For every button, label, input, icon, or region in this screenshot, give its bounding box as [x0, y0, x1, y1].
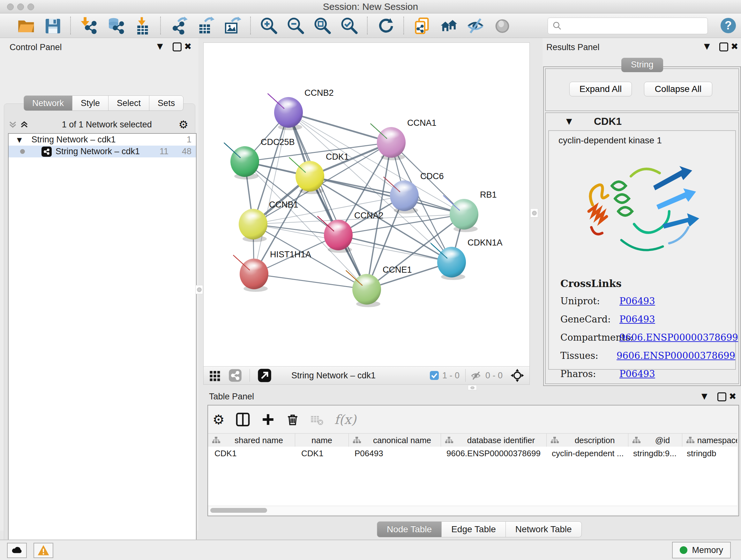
node-label-RB1: RB1 — [480, 190, 497, 199]
zoom-out-icon[interactable] — [286, 17, 305, 35]
open-icon[interactable] — [17, 17, 35, 35]
network-canvas[interactable]: CCNB2 CCNA1 CDC25B CDK1 CDC6 RB1 CCNB1 — [203, 43, 530, 367]
import-network-icon[interactable] — [80, 17, 98, 35]
collapse-panel-icon[interactable]: ▼ — [157, 42, 163, 51]
scrollbar-thumb[interactable] — [210, 508, 267, 513]
birdseye-icon[interactable] — [510, 368, 524, 382]
collapse-all-networks-icon[interactable] — [20, 120, 29, 129]
delete-table-icon — [310, 413, 324, 426]
node-label-CDC6: CDC6 — [420, 172, 444, 181]
crosslink-value-link[interactable]: P06493 — [619, 368, 655, 379]
expand-all-button[interactable]: Expand All — [569, 82, 632, 97]
expand-all-networks-icon[interactable] — [8, 120, 17, 129]
show-all-icon[interactable] — [493, 17, 511, 35]
table-cell: CDK1 — [295, 449, 348, 458]
export-network-icon[interactable] — [170, 17, 188, 35]
collapse-all-button[interactable]: Collapse All — [644, 82, 712, 97]
export-table-icon[interactable] — [197, 17, 214, 35]
collapse-results-icon[interactable]: ▼ — [704, 42, 710, 51]
node-label-HIST1H1A: HIST1H1A — [270, 250, 311, 259]
tab-network[interactable]: Network — [23, 96, 72, 111]
network-list-item[interactable]: ▼String Network – cdk11 — [9, 134, 196, 145]
node-HIST1H1A[interactable]: HIST1H1A — [233, 250, 311, 292]
edge-CCNA2-CDKN1A[interactable] — [338, 235, 452, 262]
node-label-CDK1: CDK1 — [326, 152, 349, 162]
memory-status-dot — [680, 546, 687, 554]
float-table-icon[interactable] — [718, 392, 726, 401]
tab-edge-table[interactable]: Edge Table — [442, 521, 506, 537]
column-header-description[interactable]: description — [547, 434, 628, 447]
edge-CDK1-RB1[interactable] — [310, 176, 464, 214]
column-header-shared-name[interactable]: shared name — [208, 434, 295, 447]
network-options-gear-icon[interactable]: ⚙ — [179, 118, 188, 131]
tab-string[interactable]: String — [621, 58, 663, 72]
import-table-icon[interactable] — [133, 17, 151, 35]
zoom-fit-icon[interactable] — [313, 17, 331, 35]
crosslink-value-link[interactable]: 9606.ENSP00000378699 — [616, 350, 735, 361]
crosslink-value-link[interactable]: P06493 — [619, 296, 655, 307]
left-splitter-handle[interactable] — [195, 285, 203, 294]
table-row[interactable]: CDK1CDK1P064939606.ENSP00000378699cyclin… — [208, 447, 737, 460]
right-splitter-handle[interactable] — [530, 208, 538, 217]
crosslink-value-link[interactable]: 9606.ENSP00000378699 — [619, 332, 738, 343]
show-columns-icon[interactable] — [235, 412, 250, 427]
node-RB1[interactable]: RB1 — [443, 190, 497, 232]
column-header-namespace[interactable]: namespace — [682, 434, 737, 447]
tab-style[interactable]: Style — [72, 96, 109, 111]
crosslink-label: Tissues: — [560, 350, 616, 361]
table-gear-icon[interactable]: ⚙ — [212, 412, 225, 428]
edge-HIST1H1A-CCNE1[interactable] — [254, 274, 367, 289]
node-CCNE1[interactable]: CCNE1 — [346, 265, 412, 307]
search-box[interactable] — [548, 17, 708, 34]
collapse-table-icon[interactable]: ▼ — [701, 392, 707, 401]
import-database-icon[interactable] — [107, 17, 125, 35]
tab-node-table[interactable]: Node Table — [377, 521, 442, 537]
string-network-badge-icon — [42, 146, 52, 157]
close-panel-icon[interactable]: ✖ — [184, 41, 192, 52]
results-panel-title: Results Panel — [546, 43, 600, 52]
delete-column-icon[interactable] — [286, 413, 299, 426]
table-horizontal-scrollbar[interactable] — [208, 506, 737, 515]
external-link-icon[interactable] — [258, 368, 272, 382]
tab-network-table[interactable]: Network Table — [506, 521, 582, 537]
float-results-icon[interactable] — [719, 43, 728, 51]
grid-view-icon[interactable] — [209, 369, 221, 382]
cloud-icon[interactable] — [7, 543, 27, 558]
edge-CCNB2-CCNA1[interactable] — [288, 112, 391, 142]
collapse-protein-icon[interactable]: ▼ — [566, 117, 572, 126]
close-results-icon[interactable]: ✖ — [731, 41, 738, 52]
column-header--id[interactable]: @id — [628, 434, 682, 447]
clone-network-icon[interactable] — [413, 17, 431, 35]
close-table-icon[interactable]: ✖ — [729, 391, 736, 401]
help-icon[interactable]: ? — [721, 18, 736, 33]
first-neighbors-icon[interactable] — [440, 17, 458, 35]
tab-select[interactable]: Select — [109, 96, 149, 111]
search-input[interactable] — [565, 21, 708, 31]
node-label-CCNE1: CCNE1 — [383, 265, 412, 274]
edge-CCNB2-CCNE1[interactable] — [288, 112, 367, 289]
network-list-item[interactable]: String Network – cdk11148 — [9, 145, 196, 158]
column-header-name[interactable]: name — [295, 434, 349, 447]
column-header-database-identifier[interactable]: database identifier — [441, 434, 547, 447]
network-list: ▼String Network – cdk11String Network – … — [8, 133, 197, 560]
memory-button[interactable]: Memory — [672, 542, 731, 558]
table-cell: 9606.ENSP00000378699 — [440, 449, 545, 458]
refresh-icon[interactable] — [377, 17, 394, 35]
network-share-icon[interactable] — [228, 369, 242, 382]
zoom-in-icon[interactable] — [260, 17, 278, 35]
search-icon — [552, 21, 562, 30]
node-CDKN1A[interactable]: CDKN1A — [431, 238, 502, 280]
crosslink-value-link[interactable]: P06493 — [619, 314, 655, 325]
expander-icon[interactable]: ▼ — [17, 136, 22, 144]
save-icon[interactable] — [44, 17, 61, 35]
selected-checkbox-icon[interactable] — [429, 371, 439, 380]
export-image-icon[interactable] — [223, 17, 241, 35]
tab-sets[interactable]: Sets — [149, 96, 184, 111]
add-column-icon[interactable] — [261, 413, 275, 427]
column-header-canonical-name[interactable]: canonical name — [349, 434, 441, 447]
warning-icon[interactable] — [33, 543, 53, 558]
network-selected-count: 1 of 1 Network selected — [35, 120, 179, 130]
float-panel-icon[interactable] — [173, 43, 182, 51]
zoom-selected-icon[interactable] — [340, 17, 358, 35]
hide-selected-icon[interactable] — [467, 17, 484, 35]
